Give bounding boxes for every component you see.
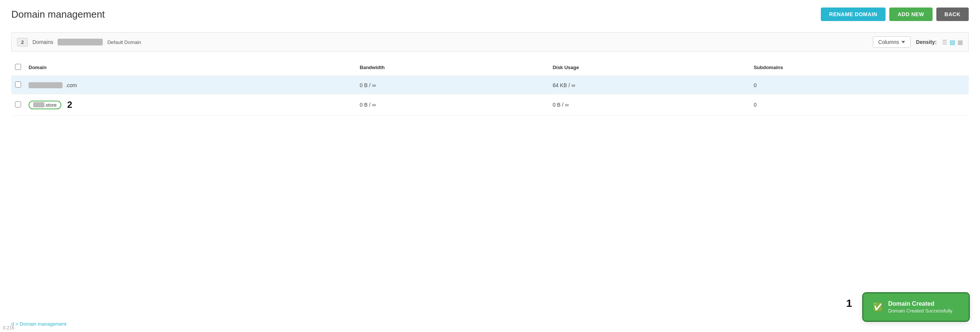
default-domain-label: Default Domain bbox=[107, 40, 141, 45]
table-row: .store 2 0 B / ∞ 0 B / ∞ 0 bbox=[11, 94, 969, 116]
domains-table: Domain Bandwidth Disk Usage Subdomains .… bbox=[11, 59, 969, 116]
column-header-bandwidth: Bandwidth bbox=[356, 59, 549, 76]
select-all-checkbox[interactable] bbox=[15, 64, 21, 70]
toast-check-icon: ✅ bbox=[873, 302, 883, 312]
row-2-checkbox-cell bbox=[11, 94, 25, 116]
row-2-domain-blurred bbox=[33, 102, 45, 108]
domains-label: Domains bbox=[32, 39, 53, 45]
row-1-bandwidth: 0 B / ∞ bbox=[356, 76, 549, 94]
row-1-domain-content: .com bbox=[29, 82, 352, 88]
row-2-checkbox[interactable] bbox=[15, 101, 21, 108]
toast-container: ✅ Domain Created Domain Created Successf… bbox=[863, 293, 969, 321]
row-1-domain-suffix: .com bbox=[65, 82, 77, 88]
columns-button[interactable]: Columns bbox=[873, 36, 911, 48]
table-row: .com 0 B / ∞ 64 KB / ∞ 0 bbox=[11, 76, 969, 94]
domain-count-badge: 2 bbox=[17, 38, 28, 47]
column-header-subdomains: Subdomains bbox=[750, 59, 969, 76]
header-buttons: RENAME DOMAIN ADD NEW BACK bbox=[821, 8, 969, 21]
toolbar-right: Columns Density: ☰ ▤ ▦ bbox=[873, 36, 963, 48]
page-title: Domain management bbox=[11, 9, 105, 20]
toolbar-left: 2 Domains Default Domain bbox=[17, 38, 141, 47]
toolbar: 2 Domains Default Domain Columns Density… bbox=[11, 32, 969, 52]
row-1-domain-blurred bbox=[29, 82, 62, 88]
row-2-disk-usage: 0 B / ∞ bbox=[549, 94, 750, 116]
row-1-subdomains: 0 bbox=[750, 76, 969, 94]
density-medium-icon[interactable]: ▤ bbox=[950, 39, 955, 46]
toast-text: Domain Created Domain Created Successful… bbox=[888, 300, 953, 314]
density-list-icon[interactable]: ☰ bbox=[942, 39, 947, 46]
column-header-disk-usage: Disk Usage bbox=[549, 59, 750, 76]
breadcrumb-link[interactable]: d > Domain management bbox=[11, 321, 66, 327]
rename-domain-button[interactable]: RENAME DOMAIN bbox=[821, 8, 886, 21]
toast-title: Domain Created bbox=[888, 300, 953, 307]
chevron-down-icon bbox=[901, 41, 905, 43]
toast-subtitle: Domain Created Successfully bbox=[888, 308, 953, 314]
row-2-domain-pill: .store bbox=[29, 101, 61, 109]
toast-annotation: 1 bbox=[846, 297, 852, 310]
row-2-domain-content: .store 2 bbox=[29, 100, 352, 110]
column-header-domain: Domain bbox=[25, 59, 356, 76]
row-1-domain-cell: .com bbox=[25, 76, 356, 94]
page-wrapper: Domain management RENAME DOMAIN ADD NEW … bbox=[0, 0, 980, 332]
row-2-subdomains: 0 bbox=[750, 94, 969, 116]
version-label: 0.216 bbox=[0, 324, 18, 332]
row-2-domain-suffix: .store bbox=[45, 102, 57, 108]
row-1-checkbox-cell bbox=[11, 76, 25, 94]
row-2-domain-cell: .store 2 bbox=[25, 94, 356, 116]
density-label: Density: bbox=[916, 39, 937, 45]
breadcrumb: d > Domain management bbox=[11, 321, 66, 327]
columns-label: Columns bbox=[878, 39, 899, 45]
density-icons: ☰ ▤ ▦ bbox=[942, 39, 963, 46]
row-2-bandwidth: 0 B / ∞ bbox=[356, 94, 549, 116]
row-1-checkbox[interactable] bbox=[15, 82, 21, 87]
row-1-disk-usage: 64 KB / ∞ bbox=[549, 76, 750, 94]
page-header: Domain management RENAME DOMAIN ADD NEW … bbox=[11, 8, 969, 21]
domain-name-blurred bbox=[57, 39, 103, 46]
density-compact-icon[interactable]: ▦ bbox=[958, 39, 963, 46]
add-new-button[interactable]: ADD NEW bbox=[889, 8, 932, 21]
row-2-annotation: 2 bbox=[67, 100, 72, 110]
select-all-th bbox=[11, 59, 25, 76]
back-button[interactable]: BACK bbox=[936, 8, 969, 21]
toast-notification: ✅ Domain Created Domain Created Successf… bbox=[863, 293, 969, 321]
